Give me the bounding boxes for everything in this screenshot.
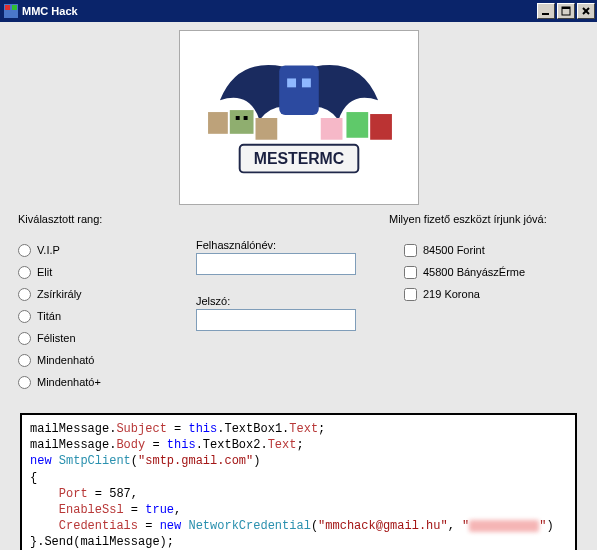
username-input[interactable] xyxy=(196,253,356,275)
rank-label: Titán xyxy=(37,310,61,322)
payment-group: 84500 Forint 45800 BányászÉrme 219 Koron… xyxy=(404,239,579,393)
rank-radio[interactable] xyxy=(18,288,31,301)
svg-rect-15 xyxy=(370,114,392,140)
svg-rect-12 xyxy=(255,118,277,140)
rank-option-vip[interactable]: V.I.P xyxy=(18,239,188,261)
svg-rect-7 xyxy=(287,78,296,87)
credentials-group: Felhasználónév: Jelszó: xyxy=(188,239,404,393)
svg-rect-9 xyxy=(229,110,253,134)
payment-checkbox[interactable] xyxy=(404,266,417,279)
rank-option-elit[interactable]: Elit xyxy=(18,261,188,283)
rank-radio[interactable] xyxy=(18,244,31,257)
rank-label: V.I.P xyxy=(37,244,60,256)
rank-label: Félisten xyxy=(37,332,76,344)
minimize-button[interactable] xyxy=(537,3,555,19)
rank-option-felisten[interactable]: Félisten xyxy=(18,327,188,349)
app-icon xyxy=(4,4,18,18)
code-snippet: mailMessage.Subject = this.TextBox1.Text… xyxy=(20,413,577,550)
hero-image: MESTERMC xyxy=(179,30,419,205)
rank-option-zsirkiraly[interactable]: Zsírkirály xyxy=(18,283,188,305)
payment-label: 45800 BányászÉrme xyxy=(423,266,525,278)
close-icon xyxy=(581,6,591,16)
rank-option-mindenhato-plus[interactable]: Mindenható+ xyxy=(18,371,188,393)
maximize-button[interactable] xyxy=(557,3,575,19)
rank-heading: Kiválasztott rang: xyxy=(18,213,178,225)
svg-rect-11 xyxy=(243,116,247,120)
password-input[interactable] xyxy=(196,309,356,331)
svg-rect-16 xyxy=(208,112,228,134)
svg-rect-6 xyxy=(279,66,319,115)
maximize-icon xyxy=(561,6,571,16)
app-window: MMC Hack xyxy=(0,0,597,550)
rank-group: V.I.P Elit Zsírkirály Titán Félisten xyxy=(18,239,188,393)
titlebar: MMC Hack xyxy=(0,0,597,22)
svg-rect-13 xyxy=(320,118,342,140)
svg-rect-8 xyxy=(301,78,310,87)
password-label: Jelszó: xyxy=(196,295,396,307)
payment-checkbox[interactable] xyxy=(404,288,417,301)
rank-label: Mindenható xyxy=(37,354,95,366)
rank-option-mindenhato[interactable]: Mindenható xyxy=(18,349,188,371)
rank-label: Mindenható+ xyxy=(37,376,101,388)
rank-radio[interactable] xyxy=(18,376,31,389)
rank-label: Elit xyxy=(37,266,52,278)
payment-option-banyaszerme[interactable]: 45800 BányászÉrme xyxy=(404,261,579,283)
rank-radio[interactable] xyxy=(18,266,31,279)
payment-option-korona[interactable]: 219 Korona xyxy=(404,283,579,305)
payment-option-forint[interactable]: 84500 Forint xyxy=(404,239,579,261)
window-buttons xyxy=(535,3,595,19)
payment-heading: Milyen fizető eszközt írjunk jóvá: xyxy=(389,213,579,225)
rank-radio[interactable] xyxy=(18,332,31,345)
svg-rect-10 xyxy=(235,116,239,120)
rank-radio[interactable] xyxy=(18,310,31,323)
rank-label: Zsírkirály xyxy=(37,288,82,300)
payment-checkbox[interactable] xyxy=(404,244,417,257)
window-title: MMC Hack xyxy=(22,5,535,17)
rank-option-titan[interactable]: Titán xyxy=(18,305,188,327)
close-button[interactable] xyxy=(577,3,595,19)
brand-text: MESTERMC xyxy=(253,150,343,167)
payment-label: 219 Korona xyxy=(423,288,480,300)
redacted-password xyxy=(469,520,539,532)
username-label: Felhasználónév: xyxy=(196,239,396,251)
svg-rect-14 xyxy=(346,112,368,138)
client-area: MESTERMC Kiválasztott rang: Milyen fizet… xyxy=(0,22,597,403)
rank-radio[interactable] xyxy=(18,354,31,367)
minimize-icon xyxy=(541,6,551,16)
payment-label: 84500 Forint xyxy=(423,244,485,256)
